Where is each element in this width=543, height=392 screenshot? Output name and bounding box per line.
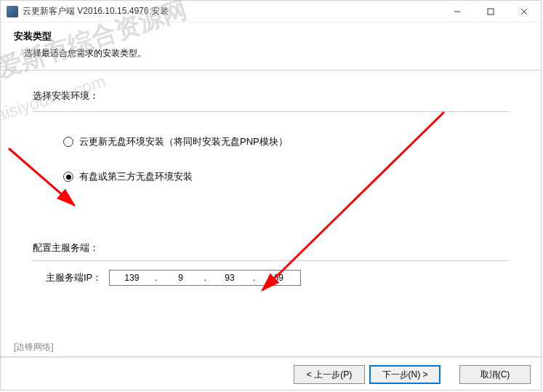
page-subtitle: 选择最适合您需求的安装类型。 (14, 47, 528, 60)
titlebar: 云更新客户端 V2016.10.15.4976 安装 (1, 1, 541, 23)
env-group-label: 选择安装环境： (33, 89, 509, 103)
wizard-content: 选择安装环境： 云更新无盘环境安装（将同时安装无盘PNP模块） 有盘或第三方无盘… (1, 71, 541, 286)
next-button[interactable]: 下一步(N) > (369, 365, 441, 384)
ip-octet-3[interactable]: 93 (208, 273, 252, 283)
app-icon (7, 6, 18, 17)
minimize-button[interactable] (441, 1, 474, 23)
radio-icon (63, 172, 73, 182)
svg-rect-1 (488, 9, 494, 15)
close-button[interactable] (507, 1, 541, 23)
back-button[interactable]: < 上一步(P) (294, 365, 365, 384)
ip-dot: . (153, 273, 158, 283)
footer-divider (1, 356, 541, 358)
env-option-diskless[interactable]: 云更新无盘环境安装（将同时安装无盘PNP模块） (63, 135, 509, 148)
env-option-thirdparty[interactable]: 有盘或第三方无盘环境安装 (63, 170, 509, 183)
env-radio-group: 云更新无盘环境安装（将同时安装无盘PNP模块） 有盘或第三方无盘环境安装 (33, 112, 509, 223)
config-group-label: 配置主服务端： (33, 241, 509, 255)
radio-icon (63, 137, 73, 147)
cancel-button[interactable]: 取消(C) (459, 365, 531, 384)
wizard-footer: < 上一步(P) 下一步(N) > 取消(C) (1, 365, 541, 384)
window-title: 云更新客户端 V2016.10.15.4976 安装 (23, 5, 169, 17)
radio-label: 有盘或第三方无盘环境安装 (79, 170, 193, 183)
branding-text: [边锋网络] (14, 341, 54, 353)
wizard-header: 安装类型 选择最适合您需求的安装类型。 (1, 23, 541, 71)
maximize-button[interactable] (474, 1, 507, 23)
radio-label: 云更新无盘环境安装（将同时安装无盘PNP模块） (79, 135, 288, 148)
ip-octet-4[interactable]: 69 (257, 273, 300, 283)
ip-octet-2[interactable]: 9 (159, 273, 203, 283)
server-ip-input[interactable]: 139 . 9 . 93 . 69 (109, 270, 301, 286)
ip-octet-1[interactable]: 139 (110, 273, 153, 283)
page-title: 安装类型 (14, 30, 528, 43)
ip-dot: . (252, 273, 257, 283)
ip-label: 主服务端IP： (46, 271, 102, 284)
ip-dot: . (203, 273, 208, 283)
